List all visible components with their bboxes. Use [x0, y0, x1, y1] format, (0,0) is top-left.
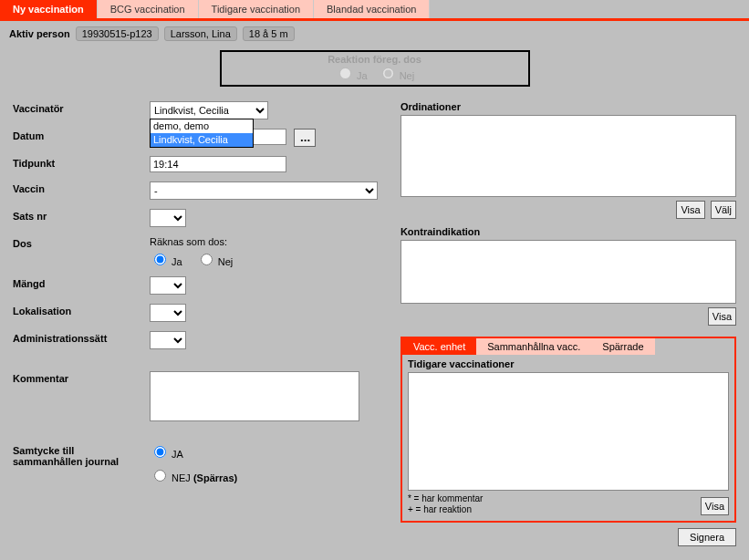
label-mangd: Mängd [13, 276, 150, 289]
ordinationer-title: Ordinationer [401, 101, 736, 112]
tab-ny[interactable]: Ny vaccination [0, 0, 98, 18]
person-id: 19930515-p123 [76, 26, 159, 41]
reaction-title: Reaktion föreg. dos [222, 54, 528, 65]
prev-tabs: Vacc. enhet Sammanhållna vacc. Spärrade [402, 338, 734, 355]
mangd-select[interactable] [150, 276, 186, 295]
ordinationer-area[interactable] [401, 115, 736, 197]
samtycke-yes-radio[interactable] [154, 446, 166, 458]
label-lokalisation: Lokalisation [13, 304, 150, 316]
lokalisation-select[interactable] [150, 304, 186, 322]
prev-title: Tidigare vaccinationer [408, 358, 729, 369]
tab-blandad[interactable]: Blandad vaccination [314, 0, 430, 18]
person-bar: Aktiv person 19930515-p123 Larsson, Lina… [0, 21, 749, 47]
kontraindikation-visa-button[interactable]: Visa [708, 307, 736, 326]
main-tabs: Ny vaccination BCG vaccination Tidigare … [0, 0, 749, 21]
dos-no[interactable]: Nej [196, 256, 234, 267]
vaccinator-option-0[interactable]: demo, demo [151, 119, 253, 133]
label-kommentar: Kommentar [13, 371, 150, 384]
label-vaccin: Vaccin [13, 181, 150, 194]
vaccinator-select-wrap: Lindkvist, Cecilia demo, demo Lindkvist,… [150, 101, 268, 119]
previous-vacc-panel: Vacc. enhet Sammanhållna vacc. Spärrade … [401, 337, 736, 523]
vaccinator-option-1[interactable]: Lindkvist, Cecilia [151, 133, 253, 147]
ordinationer-valj-button[interactable]: Välj [711, 201, 736, 219]
kontraindikation-title: Kontraindikation [401, 226, 736, 237]
signera-button[interactable]: Signera [678, 528, 736, 546]
tab-bcg[interactable]: BCG vaccination [98, 0, 199, 18]
prev-tab-enhet[interactable]: Vacc. enhet [402, 338, 476, 355]
label-vaccinator: Vaccinatör [13, 101, 150, 114]
samtycke-no[interactable]: NEJ (Spärras) [150, 472, 237, 483]
person-name: Larsson, Lina [164, 26, 237, 41]
dos-no-radio[interactable] [201, 254, 213, 265]
reaction-yes[interactable]: Ja [335, 70, 370, 81]
person-label: Aktiv person [9, 28, 70, 39]
reaction-yes-radio[interactable] [339, 67, 351, 79]
prev-tab-sparrade[interactable]: Spärrade [591, 338, 654, 355]
prev-list[interactable] [408, 372, 729, 491]
reaction-no[interactable]: Nej [378, 70, 415, 81]
reaction-prev-dose-box: Reaktion föreg. dos Ja Nej [220, 50, 530, 87]
sats-select[interactable] [150, 209, 186, 227]
tidpunkt-input[interactable] [150, 156, 286, 172]
samtycke-yes[interactable]: JA [150, 449, 183, 460]
dos-yes[interactable]: Ja [150, 256, 182, 267]
vaccinator-dropdown-list[interactable]: demo, demo Lindkvist, Cecilia [150, 119, 254, 148]
prev-visa-button[interactable]: Visa [701, 497, 729, 515]
datum-picker-button[interactable]: ... [294, 129, 316, 147]
label-sats: Sats nr [13, 209, 150, 222]
prev-tab-samman[interactable]: Sammanhållna vacc. [476, 338, 591, 355]
label-admin: Administrationssätt [13, 331, 150, 344]
kommentar-textarea[interactable] [150, 371, 359, 421]
label-tidpunkt: Tidpunkt [13, 156, 150, 169]
label-samtycke: Samtycke till sammanhållen journal [13, 443, 150, 467]
dos-group-label: Räknas som dos: [150, 236, 244, 247]
tab-tidigare[interactable]: Tidigare vaccination [199, 0, 314, 18]
kontraindikation-area[interactable] [401, 240, 736, 304]
vaccinator-select[interactable]: Lindkvist, Cecilia [150, 101, 268, 119]
prev-legend: * = har kommentar + = har reaktion [408, 493, 484, 515]
label-dos: Dos [13, 236, 150, 249]
admin-select[interactable] [150, 331, 186, 349]
reaction-no-radio[interactable] [382, 67, 394, 79]
samtycke-no-radio[interactable] [154, 470, 166, 482]
label-datum: Datum [13, 129, 150, 141]
vaccin-select[interactable]: - [150, 181, 378, 200]
ordinationer-visa-button[interactable]: Visa [676, 201, 704, 219]
person-age: 18 å 5 m [243, 26, 295, 41]
dos-yes-radio[interactable] [154, 254, 166, 265]
